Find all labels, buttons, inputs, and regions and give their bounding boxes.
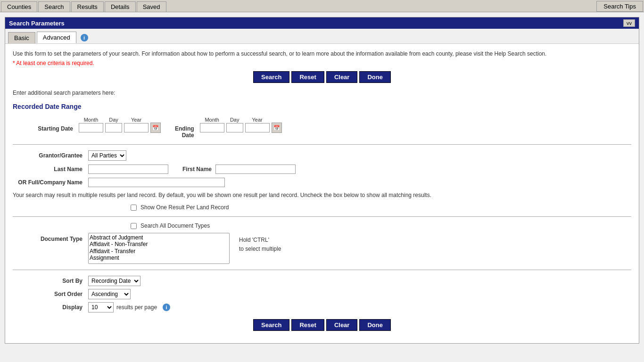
display-select[interactable]: 10 25 50 100 (88, 302, 114, 313)
recorded-date-heading: Recorded Date Range (13, 103, 631, 110)
ending-year-input[interactable] (245, 123, 270, 132)
main-container: Search Parameters vv Basic Advanced i Us… (0, 12, 644, 362)
starting-date-fields: Month Day Year 📅 (79, 117, 161, 133)
sort-order-label: Sort Order (13, 291, 88, 297)
per-page-text: results per page (116, 304, 157, 311)
tab-counties[interactable]: Counties (1, 1, 37, 12)
full-company-input[interactable] (88, 178, 225, 187)
tab-results[interactable]: Results (71, 1, 104, 12)
first-name-input[interactable] (215, 165, 296, 174)
display-info-icon[interactable]: i (163, 304, 170, 311)
tab-saved[interactable]: Saved (137, 1, 166, 12)
bottom-clear-button[interactable]: Clear (326, 319, 358, 331)
divider-3 (13, 270, 631, 270)
ending-date-label: EndingDate (175, 117, 200, 139)
tab-advanced[interactable]: Advanced (37, 32, 76, 43)
doc-type-hint-line2: to select multiple (239, 246, 281, 252)
doc-type-option-assignment[interactable]: Assignment (90, 255, 228, 261)
ending-date-fields: Month Day Year 📅 (200, 117, 282, 133)
divider-2 (13, 216, 631, 217)
required-text: * At least one criteria is required. (13, 60, 631, 66)
grantor-grantee-select[interactable]: All Parties Grantor Grantee (88, 150, 126, 161)
bottom-done-button[interactable]: Done (359, 319, 391, 331)
panel-collapse-button[interactable]: vv (623, 19, 635, 27)
starting-day-input[interactable] (105, 123, 122, 132)
last-name-label: Last Name (13, 166, 88, 173)
date-range-row: Starting Date Month Day Year 📅 (13, 117, 631, 139)
display-label: Display (13, 304, 88, 311)
document-type-label: Document Type (13, 233, 88, 242)
starting-month-input[interactable] (79, 123, 103, 132)
grantor-grantee-row: Grantor/Grantee All Parties Grantor Gran… (13, 150, 631, 161)
top-clear-button[interactable]: Clear (326, 71, 358, 83)
first-name-label: First Name (182, 166, 212, 173)
starting-date-inputs: 📅 (79, 123, 161, 133)
ending-date-inputs: 📅 (200, 123, 282, 133)
search-tips-button[interactable]: Search Tips (596, 1, 643, 12)
top-search-button[interactable]: Search (253, 71, 289, 83)
top-done-button[interactable]: Done (359, 71, 391, 83)
tab-details[interactable]: Details (105, 1, 136, 12)
sort-by-row: Sort By Recording Date Document Type Nam… (13, 276, 631, 286)
sort-by-label: Sort By (13, 278, 88, 284)
ending-calendar-button[interactable]: 📅 (272, 123, 282, 133)
nav-tabs: Counties Search Results Details Saved Se… (0, 0, 644, 12)
starting-day-label: Day (105, 117, 122, 123)
show-one-result-label[interactable]: Show One Result Per Land Record (140, 204, 229, 211)
search-all-doc-row: Search All Document Types (131, 222, 631, 229)
sort-order-row: Sort Order Ascending Descending (13, 289, 631, 299)
tab-search[interactable]: Search (38, 1, 70, 12)
starting-date-sub-labels: Month Day Year (79, 117, 161, 123)
document-type-hint: Hold 'CTRL' to select multiple (239, 233, 281, 254)
show-one-result-checkbox[interactable] (131, 205, 137, 211)
info-icon[interactable]: i (81, 34, 88, 41)
sort-order-select[interactable]: Ascending Descending (88, 289, 131, 299)
doc-type-option-affidavit-trans[interactable]: Affidavit - Transfer (90, 248, 228, 255)
bottom-reset-button[interactable]: Reset (291, 319, 324, 331)
ending-day-label: Day (226, 117, 243, 123)
top-button-row: Search Reset Clear Done (13, 71, 631, 83)
full-company-label: OR Full/Company Name (13, 179, 88, 186)
sub-tabs: Basic Advanced i (5, 29, 639, 44)
sort-by-select[interactable]: Recording Date Document Type Name (88, 276, 140, 286)
starting-year-input[interactable] (124, 123, 149, 132)
doc-type-option-affidavit-non[interactable]: Affidavit - Non-Transfer (90, 241, 228, 247)
document-type-row: Document Type Abstract of Judgment Affid… (13, 233, 631, 264)
full-company-row: OR Full/Company Name (13, 178, 631, 187)
search-all-doc-label[interactable]: Search All Document Types (140, 222, 210, 229)
first-name-section: First Name (182, 165, 296, 174)
top-reset-button[interactable]: Reset (291, 71, 324, 83)
doc-type-option-abstract[interactable]: Abstract of Judgment (90, 234, 228, 241)
search-all-doc-checkbox[interactable] (131, 223, 137, 229)
description-text: Use this form to set the parameters of y… (13, 49, 631, 58)
search-params-panel: Search Parameters vv Basic Advanced i Us… (5, 17, 639, 344)
display-row: Display 10 25 50 100 results per page i (13, 302, 631, 313)
search-params-title: Search Parameters (9, 20, 65, 27)
starting-date-label: Starting Date (13, 117, 79, 132)
grantor-grantee-label: Grantor/Grantee (13, 152, 88, 159)
ending-date-sub-labels: Month Day Year (200, 117, 282, 123)
starting-calendar-button[interactable]: 📅 (150, 123, 161, 133)
search-params-header: Search Parameters vv (5, 17, 639, 29)
show-one-result-row: Show One Result Per Land Record (131, 204, 631, 211)
ending-month-label: Month (200, 117, 224, 123)
doc-type-hint-line1: Hold 'CTRL' (239, 237, 269, 243)
matching-results-text: Your search may result in multiple resul… (13, 191, 631, 199)
tab-basic[interactable]: Basic (8, 32, 35, 43)
ending-month-input[interactable] (200, 123, 224, 132)
last-name-input[interactable] (88, 165, 168, 174)
ending-year-label: Year (245, 117, 270, 123)
document-type-list[interactable]: Abstract of Judgment Affidavit - Non-Tra… (88, 233, 230, 264)
starting-year-label: Year (124, 117, 149, 123)
divider-1 (13, 144, 631, 145)
starting-month-label: Month (79, 117, 103, 123)
bottom-search-button[interactable]: Search (253, 319, 289, 331)
ending-day-input[interactable] (226, 123, 243, 132)
name-row: Last Name First Name (13, 165, 631, 174)
bottom-button-row: Search Reset Clear Done (13, 319, 631, 331)
additional-text: Enter additional search parameters here: (13, 90, 631, 96)
content-area: Use this form to set the parameters of y… (5, 44, 639, 343)
ending-date-wrap: EndingDate Month Day Year 📅 (175, 117, 282, 139)
